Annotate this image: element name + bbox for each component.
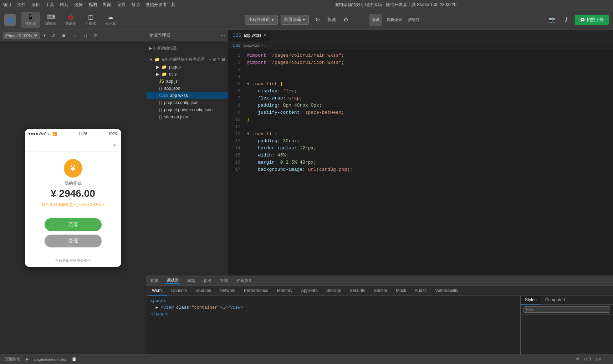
utils-folder-icon: 📁 — [162, 72, 167, 77]
devtools-tab-storage[interactable]: Storage — [322, 286, 346, 296]
withdraw-btn[interactable]: 提现 — [45, 235, 102, 247]
devtools-top-tab-build[interactable]: 构建 — [149, 278, 160, 283]
devtools-tab-appdata[interactable]: AppData — [297, 286, 322, 296]
simulator-toolbar: iPhone 5 100% 16 ▼ ↺ ⏺ ⌂ ◁ ⊞ — [0, 30, 146, 41]
editor-btn[interactable]: ⌨ 编辑器 — [41, 12, 60, 28]
expand-icon[interactable]: ⊞ — [92, 32, 100, 40]
devtools-top-tab-issues[interactable]: 问题 — [186, 278, 196, 283]
menu-item-select[interactable]: 选择 — [74, 2, 83, 8]
devtools-tab-mock[interactable]: Mock — [392, 286, 410, 296]
devtools-tab-wxml[interactable]: Wxml — [148, 286, 167, 296]
real-machine-btn[interactable]: 真机调试 — [385, 14, 404, 26]
editor-breadcrumb: CSS app.wxss > ... — [228, 41, 613, 49]
menu-item-interface[interactable]: 界面 — [103, 2, 111, 8]
devtools-top-tab-codequality[interactable]: 代码质量 — [235, 278, 254, 283]
add-folder-icon[interactable]: ⊞ — [213, 57, 216, 62]
menu-item-project[interactable]: 项目 — [3, 2, 11, 8]
preview-btn[interactable]: 预览 — [326, 14, 337, 26]
add-file-icon[interactable]: + — [209, 57, 211, 62]
menu-item-wechat-devtools[interactable]: 微信开发者工具 — [145, 2, 175, 8]
tree-item-projectprivate[interactable]: {} project.private.config.json — [146, 106, 228, 113]
wxml-line-3: </page> — [150, 311, 516, 317]
menu-item-view[interactable]: 视图 — [88, 2, 97, 8]
wxml-line-2: ▶ <view class="container">…</view> — [150, 304, 516, 311]
more-status-icon[interactable]: ··· — [606, 357, 609, 362]
devtools-tab-sources[interactable]: Sources — [191, 286, 215, 296]
home-icon[interactable]: ⌂ — [71, 32, 78, 40]
tree-item-sitemap[interactable]: {} sitemap.json — [146, 113, 228, 121]
appjs-file-icon: JS — [159, 79, 164, 84]
compile-select[interactable]: 普通编译 ▼ — [281, 15, 309, 25]
charge-btn[interactable]: 充值 — [45, 218, 102, 231]
more-btn[interactable]: ⋯ — [354, 14, 366, 26]
tree-item-appjs[interactable]: JS app.js — [146, 78, 228, 85]
mode-select[interactable]: 小程序模式 ▼ — [245, 15, 278, 25]
settings-icon-btn[interactable]: ⚙ — [340, 14, 352, 26]
signal-dot-4 — [36, 133, 38, 135]
devtools-tab-console[interactable]: Console — [167, 286, 191, 296]
phone-link[interactable]: 转入零钱通赚收益 七日年化2.43% > — [42, 202, 104, 207]
sidebar-tab-styles[interactable]: Styles — [521, 296, 541, 304]
sidebar-tab-computed[interactable]: Computed — [541, 296, 569, 304]
warnings-count: △ 0 — [595, 357, 601, 362]
device-select[interactable]: iPhone 5 100% 16 — [3, 32, 40, 39]
visual-btn[interactable]: ◫ 可视化 — [81, 12, 100, 28]
devtools-top-tab-terminal[interactable]: 终端 — [219, 278, 229, 283]
copy-path-icon[interactable]: 📋 — [72, 357, 77, 362]
devtools-tab-performance[interactable]: Performance — [240, 286, 273, 296]
tab-appwxss[interactable]: CSS app.wxss ✕ — [228, 30, 271, 41]
menu-item-help[interactable]: 帮助 — [131, 2, 140, 8]
rotate-icon[interactable]: ↺ — [49, 32, 57, 40]
wechat-icon: 💬 — [580, 17, 585, 22]
devtools-tab-memory[interactable]: Memory — [273, 286, 297, 296]
devtools-tab-security[interactable]: Security — [346, 286, 369, 296]
devtools-tab-audits[interactable]: Audits — [410, 286, 431, 296]
tab-close-icon[interactable]: ✕ — [264, 33, 266, 37]
back-icon[interactable]: ◁ — [81, 32, 89, 40]
devtools-top-tab-output[interactable]: 输出 — [202, 278, 213, 283]
project-folder-icon: 📁 — [154, 57, 160, 62]
cloud-icon: ☁ — [108, 14, 113, 20]
preview-icon[interactable]: 👁 — [576, 357, 580, 362]
refresh-tree-icon[interactable]: ↻ — [217, 57, 220, 62]
debugger-btn[interactable]: 🐞 调试器 — [61, 12, 80, 28]
menu-item-settings[interactable]: 设置 — [117, 2, 126, 8]
tree-item-utils[interactable]: ▶ 📁 utils — [146, 71, 228, 78]
menu-item-file[interactable]: 文件 — [17, 2, 26, 8]
clear-cache-btn[interactable]: 清缓存 — [407, 14, 421, 26]
record-icon[interactable]: ⏺ — [60, 32, 68, 40]
devtools-sidebar-tabs: Styles Computed — [521, 296, 613, 305]
devtools-tab-sensor[interactable]: Sensor — [369, 286, 392, 296]
upload-label: 拍照上传 — [587, 17, 604, 23]
refresh-btn[interactable]: ↻ — [312, 14, 323, 26]
new-file-icon[interactable]: ⋯ — [220, 33, 225, 38]
compile-btn[interactable]: 编译 — [369, 14, 382, 26]
tree-item-pages[interactable]: ▶ 📁 pages — [146, 63, 228, 71]
devtools-top-tab-debugger[interactable]: 调试器 — [165, 278, 180, 284]
devtools-tab-vulnerability[interactable]: Vulnerability — [431, 286, 463, 296]
project-title[interactable]: ▼ 📁 充电余额特效小程序源码 + ⊞ ↻ ⊟ — [146, 55, 228, 63]
menu-item-edit[interactable]: 编辑 — [31, 2, 40, 8]
user-avatar[interactable]: 👤 — [4, 14, 16, 26]
tree-item-appwxss[interactable]: CSS app.wxss — [146, 92, 228, 99]
tree-item-appjson[interactable]: {} app.json — [146, 85, 228, 92]
tree-item-projectconfig[interactable]: {} project.config.json — [146, 99, 228, 106]
cloud-btn[interactable]: ☁ 云开发 — [101, 12, 120, 28]
screenshot-btn[interactable]: 📷 — [546, 14, 558, 26]
code-line-5: ▼ .nav-list { — [247, 81, 609, 88]
devtools-tab-network[interactable]: Network — [215, 286, 240, 296]
collapse-tree-icon[interactable]: ⊟ — [222, 57, 225, 62]
share-btn[interactable]: ⤴ — [561, 14, 572, 26]
menu-item-tools[interactable]: 工具 — [46, 2, 54, 8]
filter-input[interactable] — [523, 306, 610, 313]
breadcrumb-path: app.wxss > ... — [244, 43, 268, 47]
nav-dots-icon: ··· — [29, 143, 33, 148]
status-bar: 页面路径 ▶ pages/index/index 📋 👁 ⊙ 0 △ 0 ··· — [0, 354, 613, 364]
line-num-2: 2 — [230, 59, 240, 66]
menu-item-goto[interactable]: 转到 — [60, 2, 68, 8]
line-num-13: 13 — [230, 138, 240, 145]
editor-icon: ⌨ — [47, 14, 55, 20]
open-editor-title[interactable]: ▶ 打开的编辑器 — [146, 44, 228, 52]
upload-btn[interactable]: 💬 拍照上传 — [575, 15, 609, 25]
simulator-btn[interactable]: 📱 模拟器 — [21, 12, 40, 28]
